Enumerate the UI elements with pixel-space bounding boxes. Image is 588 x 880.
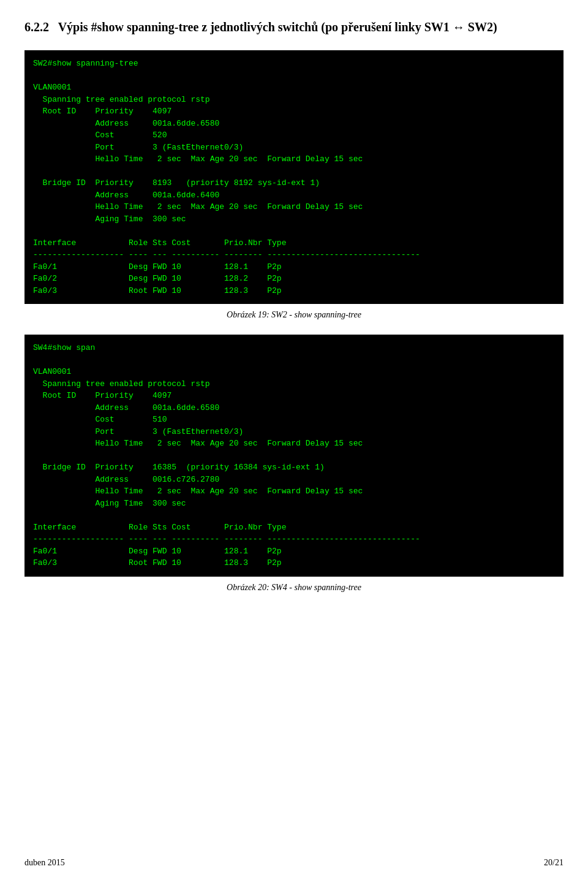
footer-page: 20/21 [544,858,564,868]
section-heading: 6.2.2 Výpis #show spanning-tree z jednot… [24,18,564,36]
heading-text: Výpis #show spanning-tree z jednotlivých… [58,20,497,34]
footer-date: duben 2015 [24,858,65,868]
heading-number: 6.2.2 [24,20,49,34]
caption-sw4: Obrázek 20: SW4 - show spanning-tree [24,583,564,593]
terminal-sw2: SW2#show spanning-tree VLAN0001 Spanning… [24,50,564,304]
caption-sw2: Obrázek 19: SW2 - show spanning-tree [24,310,564,320]
terminal-sw4: SW4#show span VLAN0001 Spanning tree ena… [24,335,564,577]
